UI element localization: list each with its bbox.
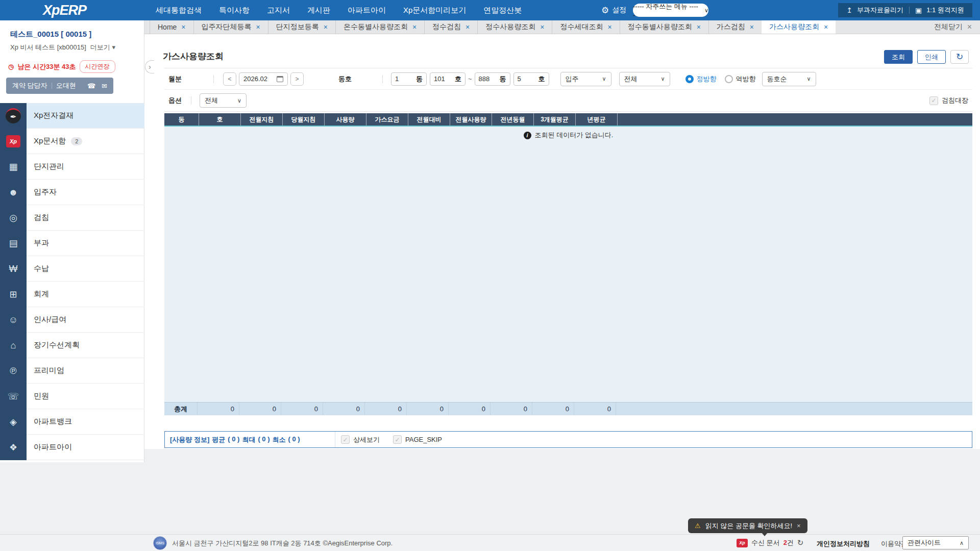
column-header[interactable]: 전년동월 xyxy=(492,113,534,126)
search-button[interactable]: 조회 xyxy=(884,50,913,64)
close-tab-icon[interactable]: × xyxy=(256,23,260,31)
close-tab-icon[interactable]: × xyxy=(824,23,828,31)
sidebar-menu-item[interactable]: ☏ 민원 xyxy=(0,384,144,409)
tab[interactable]: 정수검침 × xyxy=(424,20,477,34)
state-value: 전체 xyxy=(624,74,638,84)
sidebar-collapse-button[interactable]: ‹ xyxy=(145,60,154,73)
refresh-icon[interactable]: ↻ xyxy=(797,538,804,547)
sidebar-menu-item[interactable]: ℗ 프리미엄 xyxy=(0,358,144,384)
tab[interactable]: 가스검침 × xyxy=(708,20,762,34)
sidebar-menu-item[interactable]: ☻ 입주자 xyxy=(0,180,144,205)
column-header[interactable]: 전월대비 xyxy=(408,113,450,126)
dong-to-input[interactable]: 888동 xyxy=(475,72,510,86)
top-menu-item[interactable]: 세대통합검색 xyxy=(156,6,202,15)
top-menu-item[interactable]: 아파트아이 xyxy=(348,6,386,15)
sidebar-menu-label: 장기수선계획 xyxy=(34,340,80,350)
detail-view-checkbox[interactable]: ✓ xyxy=(341,435,350,444)
close-tab-icon[interactable]: × xyxy=(465,23,470,31)
month-picker[interactable]: 2026.02 xyxy=(239,72,288,86)
meter-book-checkbox[interactable]: ✓ xyxy=(929,96,938,105)
sidebar-menu-label: 프리미엄 xyxy=(34,366,64,375)
mail-icon[interactable]: ✉ xyxy=(102,82,107,90)
tab[interactable]: 단지정보등록 × xyxy=(268,20,335,34)
dong-from-input[interactable]: 1동 xyxy=(391,72,427,86)
sidebar-menu-item[interactable]: ◎ 검침 xyxy=(0,205,144,231)
prev-month-button[interactable]: < xyxy=(223,72,236,86)
tab[interactable]: 온수동별사용량조회 × xyxy=(335,20,424,34)
sidebar-menu-item[interactable]: ☺ 인사/급여 xyxy=(0,307,144,333)
top-menu-item[interactable]: Xp문서함미리보기 xyxy=(403,6,466,15)
page-skip-checkbox[interactable]: ✓ xyxy=(393,435,402,444)
column-header[interactable]: 년평균 xyxy=(576,113,618,126)
ho-from-input[interactable]: 101호 xyxy=(430,72,465,86)
backward-radio[interactable] xyxy=(725,75,733,83)
tab-label: 가스사용량조회 xyxy=(769,22,819,32)
close-tab-icon[interactable]: × xyxy=(607,23,611,31)
close-tab-icon[interactable]: × xyxy=(540,23,544,31)
close-toast-icon[interactable]: × xyxy=(797,522,801,530)
extend-time-button[interactable]: 시간연장 xyxy=(80,60,115,73)
sidebar-menu-item[interactable]: Xp Xp문서함 2 xyxy=(0,129,144,154)
column-header[interactable]: 3개월평균 xyxy=(534,113,576,126)
favorites-menu-value: ----- 자주쓰는 메뉴 ----- xyxy=(633,2,699,19)
sidebar-menu-label: 검침 xyxy=(34,213,49,222)
more-button[interactable]: 더보기 ▾ xyxy=(90,43,115,52)
site-name: 테스트_00015 [ 00015 ] xyxy=(10,30,91,39)
close-all-tabs-button[interactable]: 전체닫기 × xyxy=(934,22,972,32)
tab[interactable]: 정수사용량조회 × xyxy=(477,20,552,34)
sidebar-menu-item[interactable]: ₩ 수납 xyxy=(0,256,144,282)
sidebar-menu-item[interactable]: ▤ 부과 xyxy=(0,231,144,256)
privacy-policy-link[interactable]: 개인정보처리방침 xyxy=(817,539,870,548)
tab[interactable]: 입주자단체등록 × xyxy=(193,20,268,34)
ho-to-input[interactable]: 5호 xyxy=(513,72,549,86)
top-menu-item[interactable]: 게시판 xyxy=(307,6,330,15)
column-header[interactable]: 당월지침 xyxy=(283,113,325,126)
sidebar-menu-item[interactable]: ⊞ 회계 xyxy=(0,282,144,307)
settings-button[interactable]: ⚙ 설정 xyxy=(601,0,626,20)
tab[interactable]: 정수세대조회 × xyxy=(552,20,619,34)
topbar-quick-actions: ↥ 부과자료올리기 ▣ 1:1 원격지원 xyxy=(838,3,972,17)
column-header[interactable]: 전월지침 xyxy=(241,113,283,126)
favorites-menu-dropdown[interactable]: ----- 자주쓰는 메뉴 ----- ∨ xyxy=(633,4,708,17)
contact-manager-bar: 계약 담당자 오대현 ☎ ✉ xyxy=(6,78,113,94)
close-tab-icon[interactable]: × xyxy=(750,23,754,31)
close-tab-icon[interactable]: × xyxy=(412,23,416,31)
sort-order-select[interactable]: 동호순 ∨ xyxy=(762,72,816,86)
column-header[interactable]: 전월사용량 xyxy=(450,113,492,126)
column-header[interactable]: 호 xyxy=(199,113,241,126)
close-tab-icon[interactable]: × xyxy=(181,23,185,31)
tab[interactable]: Home × xyxy=(150,20,193,34)
print-button[interactable]: 인쇄 xyxy=(917,50,946,64)
tab[interactable]: 가스사용량조회 × xyxy=(762,20,836,34)
close-tab-icon[interactable]: × xyxy=(324,23,328,31)
phone-icon[interactable]: ☎ xyxy=(87,82,95,90)
sidebar-menu-item[interactable]: ⌂ 장기수선계획 xyxy=(0,333,144,358)
usage-summary-bar: [사용량 정보]평균( 0 )최대( 0 )최소( 0 ) ✓ 상세보기 ✓ P… xyxy=(164,431,972,448)
sidebar-menu-item[interactable]: ❖ 아파트아이 xyxy=(0,435,144,460)
upload-billing-data-button[interactable]: 부과자료올리기 xyxy=(857,6,903,15)
sidebar-menu-item[interactable]: ✒ Xp전자결재 xyxy=(0,103,144,129)
total-cell: 0 xyxy=(491,403,532,415)
column-header[interactable]: 동 xyxy=(164,113,199,126)
close-tab-icon[interactable]: × xyxy=(697,23,701,31)
state-select[interactable]: 전체 ∨ xyxy=(619,72,670,86)
filter-row-1: 월분 < 2026.02 > 동호 1동 101호 ~ 888동 5호 xyxy=(164,68,972,90)
remote-support-button[interactable]: 1:1 원격지원 xyxy=(926,6,964,15)
sidebar-menu-item[interactable]: ▦ 단지관리 xyxy=(0,154,144,180)
forward-radio[interactable] xyxy=(685,75,694,83)
related-sites-dropdown[interactable]: 관련사이트 ∧ xyxy=(902,536,969,549)
column-header[interactable]: 사용량 xyxy=(325,113,366,126)
refresh-button[interactable]: ↻ xyxy=(950,50,969,64)
divider xyxy=(52,83,52,89)
received-documents[interactable]: Xp 수신 문서 2건 ↻ xyxy=(737,538,803,547)
top-menu-item[interactable]: 연말정산봇 xyxy=(483,6,522,15)
top-menu-item[interactable]: 고지서 xyxy=(267,6,290,15)
column-header[interactable]: 가스요금 xyxy=(366,113,408,126)
occupancy-select[interactable]: 입주 ∨ xyxy=(560,72,611,86)
top-menu-item[interactable]: 특이사항 xyxy=(219,6,250,15)
option-select[interactable]: 전체 ∨ xyxy=(200,93,247,108)
next-month-button[interactable]: > xyxy=(290,72,304,86)
tab[interactable]: 정수동별사용량조회 × xyxy=(620,20,708,34)
sidebar-menu-item[interactable]: ◈ 아파트뱅크 xyxy=(0,409,144,435)
remote-support-icon: ▣ xyxy=(915,6,922,14)
